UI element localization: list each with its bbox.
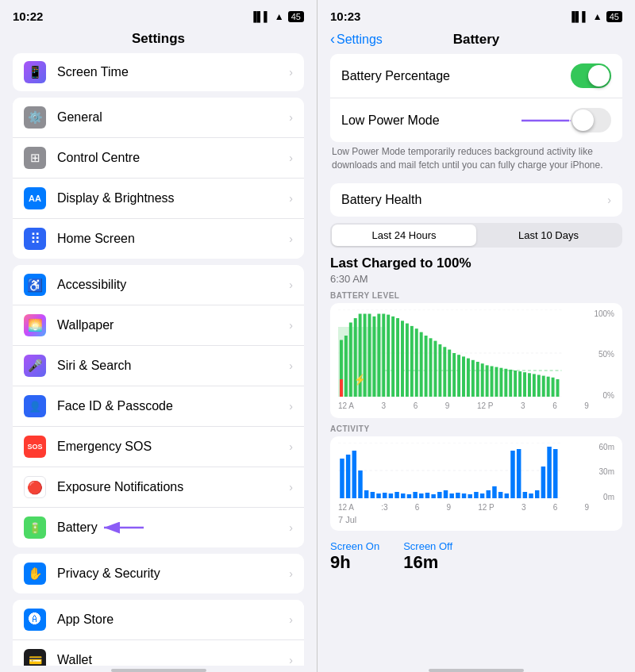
privacy-label: Privacy & Security <box>57 566 289 581</box>
control-centre-icon: ⊞ <box>24 147 46 169</box>
control-centre-label: Control Centre <box>57 151 289 165</box>
battery-row[interactable]: 🔋 Battery › <box>13 508 304 547</box>
privacy-security-row[interactable]: ✋ Privacy & Security › <box>13 554 304 593</box>
low-power-row: Low Power Mode <box>330 98 622 142</box>
low-power-toggle[interactable] <box>571 108 611 132</box>
chevron-icon: › <box>289 567 293 580</box>
battery-health-group: Battery Health › <box>330 183 622 217</box>
svg-rect-9 <box>344 336 348 397</box>
chevron-icon: › <box>289 440 293 453</box>
left-status-icons: ▐▌▌ ▲ 45 <box>250 11 304 22</box>
wallpaper-icon: 🌅 <box>24 314 46 336</box>
screen-off-value: 16m <box>403 552 452 573</box>
right-status-bar: 10:23 ▐▌▌ ▲ 45 <box>318 0 635 28</box>
battery-health-row[interactable]: Battery Health › <box>330 183 622 217</box>
svg-rect-65 <box>364 490 368 498</box>
toggle-knob <box>588 65 610 86</box>
battery-label: Battery <box>57 520 289 535</box>
display-icon: AA <box>24 187 46 209</box>
svg-rect-10 <box>349 322 352 397</box>
app-store-row[interactable]: 🅐 App Store › <box>13 600 304 640</box>
svg-rect-63 <box>352 451 356 498</box>
svg-rect-74 <box>419 493 423 498</box>
face-id-row[interactable]: 👤 Face ID & Passcode › <box>13 386 304 427</box>
home-indicator-right <box>429 669 524 672</box>
y-60m: 60m <box>591 443 614 451</box>
settings-group-4: 🅐 App Store › 💳 Wallet › <box>13 600 304 666</box>
svg-rect-90 <box>517 449 521 498</box>
back-button[interactable]: ‹ Settings <box>330 31 383 48</box>
svg-rect-22 <box>406 323 409 396</box>
svg-rect-20 <box>396 318 399 397</box>
wallet-row[interactable]: 💳 Wallet › <box>13 640 304 666</box>
emergency-sos-label: Emergency SOS <box>57 440 289 454</box>
svg-rect-14 <box>368 313 371 397</box>
chevron-icon: › <box>289 521 293 534</box>
svg-rect-87 <box>498 492 502 498</box>
settings-group-1: ⚙️ General › ⊞ Control Centre › AA Displ… <box>13 98 304 259</box>
svg-rect-61 <box>340 459 344 498</box>
wifi-icon: ▲ <box>275 11 284 22</box>
battery-percentage-toggle[interactable] <box>571 63 611 88</box>
wifi-icon: ▲ <box>593 11 602 22</box>
svg-rect-42 <box>499 367 502 396</box>
exposure-notifications-row[interactable]: 🔴 Exposure Notifications › <box>13 467 304 508</box>
svg-rect-49 <box>533 374 536 397</box>
face-id-label: Face ID & Passcode <box>57 399 289 413</box>
settings-group-2: ♿ Accessibility › 🌅 Wallpaper › 🎤 Siri &… <box>13 265 304 547</box>
svg-rect-37 <box>476 362 479 397</box>
svg-rect-72 <box>407 494 411 498</box>
svg-rect-79 <box>449 493 453 498</box>
face-id-icon: 👤 <box>24 395 46 417</box>
battery-percentage-group: Battery Percentage Low Power Mode <box>330 54 622 142</box>
wallpaper-row[interactable]: 🌅 Wallpaper › <box>13 305 304 346</box>
svg-rect-82 <box>468 494 471 498</box>
svg-rect-78 <box>444 490 448 498</box>
home-screen-row[interactable]: ⠿ Home Screen › <box>13 219 304 259</box>
svg-rect-80 <box>456 493 460 498</box>
svg-rect-47 <box>523 372 526 397</box>
svg-rect-85 <box>487 490 491 498</box>
screen-time-row[interactable]: 📱 Screen Time › <box>13 53 304 91</box>
emergency-sos-icon: SOS <box>24 436 46 458</box>
chevron-icon: › <box>289 152 293 164</box>
last-charged-section: Last Charged to 100% 6:30 AM <box>330 255 622 285</box>
svg-rect-84 <box>480 493 484 498</box>
siri-search-row[interactable]: 🎤 Siri & Search › <box>13 346 304 386</box>
signal-icon: ▐▌▌ <box>568 11 589 22</box>
svg-rect-93 <box>535 490 539 498</box>
settings-group-3: ✋ Privacy & Security › <box>13 554 304 593</box>
screen-off-stat: Screen Off 16m <box>403 540 452 573</box>
svg-rect-16 <box>377 313 380 397</box>
left-header: Settings <box>0 28 317 53</box>
svg-rect-44 <box>509 369 512 396</box>
settings-list: 📱 Screen Time › ⚙️ General › ⊞ Control C… <box>0 53 317 666</box>
accessibility-row[interactable]: ♿ Accessibility › <box>13 265 304 305</box>
chevron-icon: › <box>607 194 611 206</box>
battery-percentage-label: Battery Percentage <box>341 69 571 83</box>
chevron-icon: › <box>289 400 293 413</box>
y-0m: 0m <box>591 493 614 501</box>
screen-time-icon: 📱 <box>24 61 46 83</box>
svg-rect-50 <box>537 374 541 397</box>
display-brightness-row[interactable]: AA Display & Brightness › <box>13 179 304 219</box>
svg-rect-51 <box>542 375 545 396</box>
chevron-icon: › <box>289 192 293 205</box>
svg-rect-88 <box>505 493 509 498</box>
back-chevron: ‹ <box>330 31 335 48</box>
tab-24h[interactable]: Last 24 Hours <box>332 225 476 246</box>
low-power-note: Low Power Mode temporarily reduces backg… <box>330 142 622 177</box>
control-centre-row[interactable]: ⊞ Control Centre › <box>13 138 304 179</box>
svg-rect-25 <box>420 332 423 396</box>
last-charged-label: Last Charged to 100% <box>330 255 622 271</box>
tab-10d[interactable]: Last 10 Days <box>476 225 621 246</box>
svg-rect-39 <box>486 365 489 397</box>
general-row[interactable]: ⚙️ General › <box>13 98 304 138</box>
screen-on-value: 9h <box>330 552 379 573</box>
emergency-sos-row[interactable]: SOS Emergency SOS › <box>13 427 304 467</box>
signal-icon: ▐▌▌ <box>250 11 271 22</box>
svg-rect-70 <box>394 492 398 498</box>
svg-rect-31 <box>448 349 451 396</box>
activity-section: ACTIVITY 60m 30m 0m <box>330 424 622 531</box>
svg-rect-19 <box>391 316 394 396</box>
